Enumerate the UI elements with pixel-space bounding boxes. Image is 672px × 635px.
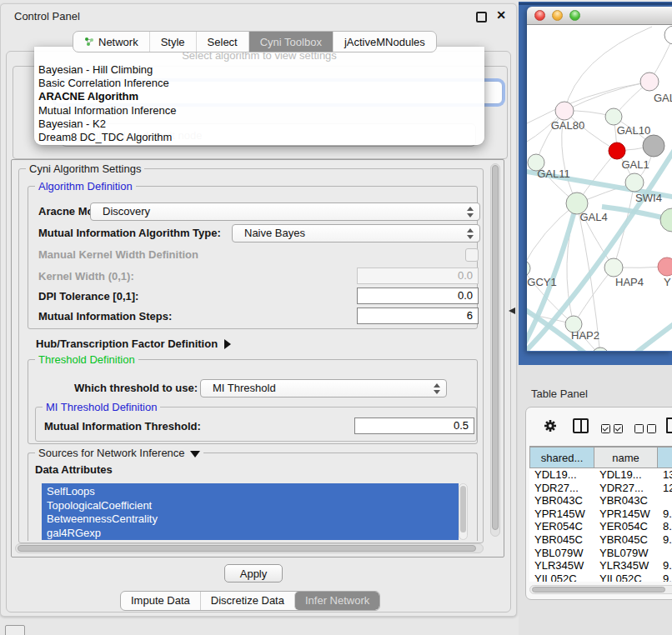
- algorithm-option-basic-correlation-inference[interactable]: Basic Correlation Inference: [34, 77, 484, 90]
- node-label: HAP4: [615, 276, 644, 288]
- screen: { "colors": { "selection_blue": "#3f6fc4…: [0, 0, 672, 635]
- tab-jactivemnodules[interactable]: jActiveMNodules: [333, 32, 436, 52]
- expand-arrow-icon[interactable]: [224, 339, 231, 349]
- mi-steps-field[interactable]: 6: [357, 308, 479, 324]
- node-label: GAL4: [579, 211, 607, 223]
- mi-threshold-field[interactable]: 0.5: [354, 418, 474, 434]
- network-canvas[interactable]: GAL7GAL80GAL10GAL1SWI4GAL11GAL4GCY1HAP4Y…: [527, 25, 672, 351]
- data-attribute-item[interactable]: SelfLoops: [47, 485, 459, 499]
- table-cell: YBR043C: [594, 494, 658, 508]
- network-node-swi4[interactable]: [660, 208, 672, 232]
- table-row[interactable]: YLR345WYLR345W9.: [529, 559, 672, 572]
- document-icon[interactable]: [666, 418, 672, 433]
- algorithm-option-dream8-dc-tdc-algorithm[interactable]: Dream8 DC_TDC Algorithm: [34, 131, 484, 144]
- list-scrollbar[interactable]: [459, 483, 468, 540]
- kernel-width-field[interactable]: 0.0: [357, 268, 479, 284]
- mi-steps-label: Mutual Information Steps:: [38, 308, 172, 325]
- table-panel-title: Table Panel: [531, 388, 588, 400]
- table-row[interactable]: YER054CYER054C8.: [529, 520, 672, 533]
- which-threshold-combobox[interactable]: MI Threshold: [200, 379, 447, 398]
- column-header-name[interactable]: name: [594, 447, 658, 468]
- network-node-gal1[interactable]: [609, 142, 625, 159]
- bottom-tab-discretize-data[interactable]: Discretize Data: [200, 592, 294, 610]
- network-node-y[interactable]: [658, 258, 672, 276]
- data-attribute-item[interactable]: BetweennessCentrality: [47, 512, 459, 527]
- table-cell: YBR045C: [529, 533, 594, 547]
- apply-button[interactable]: Apply: [224, 564, 283, 582]
- network-edge-highlighted[interactable]: [635, 322, 672, 351]
- deselect-all-icon[interactable]: [634, 422, 659, 437]
- panel-corner-button[interactable]: [5, 625, 25, 635]
- select-all-icon[interactable]: [601, 422, 626, 437]
- column-header-a[interactable]: A: [658, 447, 672, 468]
- tab-label: Style: [161, 36, 185, 48]
- network-edge[interactable]: [564, 82, 649, 111]
- manual-kernel-label: Manual Kernel Width Definition: [38, 247, 198, 263]
- network-node-gal10[interactable]: [605, 108, 622, 125]
- settings-horizontal-scrollbar[interactable]: [15, 543, 484, 553]
- table-cell: YDR27...: [529, 482, 594, 495]
- network-node-gcy1[interactable]: [527, 260, 530, 277]
- table-row[interactable]: YBL079WYBL079W: [529, 547, 672, 560]
- network-node[interactable]: [625, 173, 644, 192]
- settings-vertical-scrollbar[interactable]: [490, 163, 500, 537]
- gear-icon[interactable]: [543, 418, 558, 433]
- network-edge[interactable]: [527, 82, 649, 123]
- split-columns-icon[interactable]: [573, 418, 589, 433]
- network-node-hap4[interactable]: [604, 258, 623, 277]
- bottom-tab-impute-data[interactable]: Impute Data: [121, 592, 200, 610]
- close-icon[interactable]: ✕: [496, 9, 506, 21]
- node-label: Y: [664, 276, 671, 288]
- mi-threshold-group-title: MI Threshold Definition: [43, 401, 160, 413]
- tab-network[interactable]: Network: [73, 32, 149, 52]
- tab-cyni-toolbox[interactable]: Cyni Toolbox: [248, 32, 333, 52]
- close-traffic-light-icon[interactable]: [534, 10, 545, 21]
- bottom-tab-infer-network[interactable]: Infer Network: [294, 592, 379, 610]
- table-row[interactable]: YPR145WYPR145W9.: [529, 508, 672, 521]
- network-view-window: GAL7GAL80GAL10GAL1SWI4GAL11GAL4GCY1HAP4Y…: [527, 7, 672, 352]
- table-row[interactable]: YBR043CYBR043C: [529, 494, 672, 508]
- table-row[interactable]: YIL052CYIL052C9.: [529, 572, 672, 582]
- mi-type-value: Naive Bayes: [244, 227, 305, 239]
- dpi-tolerance-field[interactable]: 0.0: [357, 288, 479, 304]
- mi-type-combobox[interactable]: Naive Bayes: [232, 224, 480, 242]
- zoom-traffic-light-icon[interactable]: [569, 10, 580, 21]
- aracne-mode-combobox[interactable]: Discovery: [90, 202, 480, 221]
- table-row[interactable]: YBR045CYBR045C9.: [529, 533, 672, 547]
- algorithm-option-bayesian-hill-climbing[interactable]: Bayesian - Hill Climbing: [34, 63, 484, 77]
- table-cell: YIL052C: [529, 572, 594, 582]
- table-cell: YBR043C: [529, 494, 594, 508]
- network-node[interactable]: [643, 135, 664, 157]
- collapse-arrow-icon[interactable]: [190, 451, 200, 458]
- minimize-traffic-light-icon[interactable]: [552, 10, 563, 21]
- algorithm-definition-group: Algorithm Definition Aracne Mode: Discov…: [28, 186, 478, 329]
- table-header-row: shared...nameA: [529, 446, 672, 468]
- table-row[interactable]: YDL19...YDL19...13: [529, 468, 672, 482]
- table-cell: 13: [658, 468, 672, 482]
- data-attribute-item[interactable]: TopologicalCoefficient: [47, 499, 459, 513]
- table-cell: [658, 547, 672, 560]
- algorithm-option-bayesian-k2[interactable]: Bayesian - K2: [34, 118, 484, 131]
- algorithm-dropdown-items: Bayesian - Hill ClimbingBasic Correlatio…: [34, 63, 484, 144]
- network-node-gal7[interactable]: [640, 72, 659, 91]
- bottom-tabbar: Impute DataDiscretize DataInfer Network: [120, 591, 380, 611]
- network-edge[interactable]: [564, 27, 652, 111]
- algorithm-option-aracne-algorithm[interactable]: ARACNE Algorithm: [34, 90, 484, 103]
- algorithm-option-mutual-information-inference[interactable]: Mutual Information Inference: [34, 104, 484, 118]
- tab-style[interactable]: Style: [149, 32, 196, 52]
- cyni-settings-scrollpane: Cyni Algorithm Settings Algorithm Defini…: [11, 159, 504, 558]
- float-window-icon[interactable]: [476, 12, 487, 22]
- table-cell: 9.: [658, 572, 672, 582]
- column-header-shared-[interactable]: shared...: [529, 447, 594, 468]
- data-attribute-item[interactable]: gal4RGexp: [47, 527, 459, 541]
- network-node[interactable]: [664, 26, 672, 44]
- data-attributes-list[interactable]: SelfLoopsTopologicalCoefficientBetweenne…: [42, 483, 459, 540]
- hub-definition-toggle[interactable]: Hub/Transcription Factor Definition: [36, 336, 231, 352]
- manual-kernel-checkbox[interactable]: [465, 248, 479, 262]
- table-panel-card: shared...nameA YDL19...YDL19...13YDR27..…: [525, 407, 672, 600]
- kernel-width-label: Kernel Width (0,1):: [38, 268, 134, 285]
- tab-select[interactable]: Select: [196, 32, 248, 52]
- table-horizontal-scrollbar[interactable]: [529, 585, 672, 594]
- table-row[interactable]: YDR27...YDR27...12: [529, 482, 672, 495]
- network-node-gal80[interactable]: [555, 102, 574, 120]
